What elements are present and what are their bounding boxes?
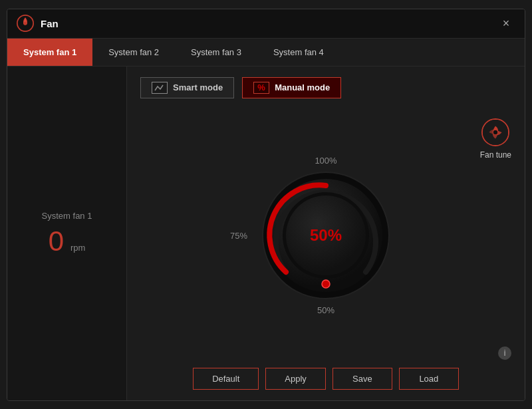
smart-mode-label: Smart mode	[173, 82, 223, 92]
knob-label-75: 75%	[230, 231, 247, 241]
knob[interactable]: 50%	[259, 169, 392, 302]
apply-button[interactable]: Apply	[265, 368, 326, 390]
info-icon-wrap: i	[498, 346, 511, 360]
smart-mode-button[interactable]: Smart mode	[140, 77, 234, 98]
manual-mode-label: Manual mode	[275, 82, 330, 92]
knob-label-100: 100%	[315, 156, 336, 166]
close-button[interactable]: ×	[497, 14, 515, 33]
svg-point-9	[493, 130, 498, 135]
rpm-display: 0 rpm	[49, 227, 86, 255]
knob-label-50: 50%	[317, 305, 334, 315]
mode-buttons: Smart mode % Manual mode	[140, 77, 511, 98]
save-button[interactable]: Save	[332, 368, 392, 390]
titlebar: Fan ×	[7, 9, 525, 39]
main-window: Fan × System fan 1 System fan 2 System f…	[7, 9, 525, 401]
svg-point-1	[23, 21, 27, 25]
fan-tune-icon	[481, 118, 509, 146]
tab-system-fan-1[interactable]: System fan 1	[7, 39, 92, 66]
knob-area: 100% 75% 50%	[140, 112, 511, 360]
fan-tune-label: Fan tune	[480, 150, 511, 160]
smart-mode-icon	[152, 82, 168, 94]
load-button[interactable]: Load	[399, 368, 459, 390]
sidebar: System fan 1 0 rpm	[7, 67, 127, 400]
knob-container: 100% 75% 50%	[219, 142, 432, 329]
sidebar-fan-label: System fan 1	[42, 211, 92, 221]
rpm-value: 0	[49, 227, 64, 255]
tab-system-fan-2[interactable]: System fan 2	[92, 39, 175, 66]
default-button[interactable]: Default	[193, 368, 259, 390]
tab-system-fan-3[interactable]: System fan 3	[175, 39, 257, 66]
manual-mode-button[interactable]: % Manual mode	[242, 77, 341, 98]
right-panel: Smart mode % Manual mode 100% 75% 50%	[127, 67, 525, 400]
tab-system-fan-4[interactable]: System fan 4	[257, 39, 340, 66]
manual-mode-icon: %	[253, 82, 269, 94]
app-logo-icon	[17, 15, 34, 32]
bottom-buttons: Default Apply Save Load	[140, 360, 511, 390]
main-content: System fan 1 0 rpm Smart mode	[7, 67, 525, 400]
window-title: Fan	[41, 18, 497, 29]
knob-value: 50%	[310, 226, 342, 245]
info-button[interactable]: i	[498, 346, 511, 360]
tab-bar: System fan 1 System fan 2 System fan 3 S…	[7, 39, 525, 67]
svg-point-6	[322, 280, 330, 288]
fan-tune-button[interactable]: Fan tune	[480, 118, 511, 160]
rpm-unit: rpm	[70, 243, 85, 253]
manual-mode-icon-text: %	[257, 82, 265, 92]
